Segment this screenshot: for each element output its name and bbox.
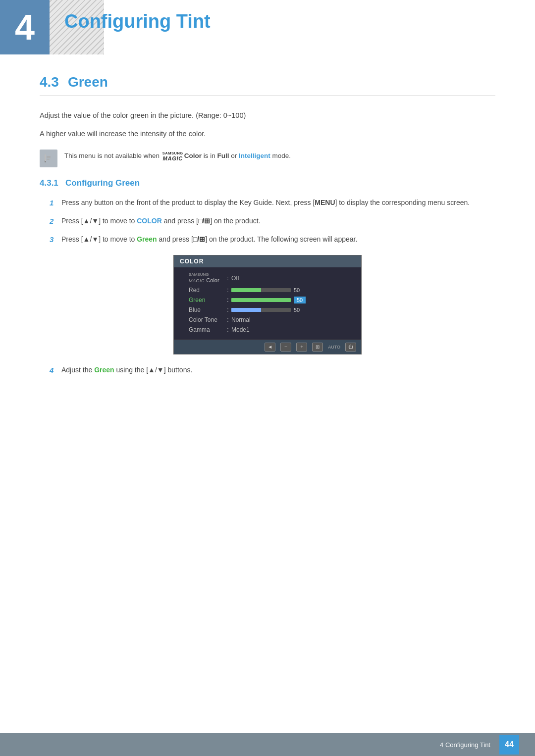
osd-colon-1: : — [224, 275, 231, 282]
note-text: This menu is not available when SAMSUNG … — [64, 149, 291, 162]
osd-bar-fill-blue — [231, 308, 261, 312]
section-heading: 4.3 Green — [40, 74, 495, 96]
osd-label-blue: Blue — [180, 306, 224, 313]
svg-rect-1 — [45, 154, 46, 160]
step-4-num: 4 — [50, 364, 61, 377]
osd-bottom-bar: ◄ − + ⊞ AUTO ⏻ — [174, 340, 361, 354]
osd-colon-5: : — [224, 316, 231, 323]
osd-colon-3: : — [224, 297, 231, 303]
osd-row-blue: Blue : 50 — [180, 305, 355, 315]
step-3: 3 Press [▲/▼] to move to Green and press… — [50, 234, 495, 246]
osd-value-red: 50 — [231, 287, 355, 293]
step-2-num: 2 — [50, 215, 61, 228]
step-3-num: 3 — [50, 234, 61, 246]
osd-colon-2: : — [224, 287, 231, 294]
full-label: Full — [217, 152, 229, 159]
osd-value-gamma-text: Mode1 — [231, 326, 250, 333]
osd-screenshot: COLOR SAMSUNG MAGIC Color : Off — [173, 255, 362, 354]
osd-label-red: Red — [180, 287, 224, 294]
osd-title-bar: COLOR — [174, 255, 361, 267]
step-1: 1 Press any button on the front of the p… — [50, 197, 495, 209]
osd-bar-blue — [231, 308, 291, 312]
description-2: A higher value will increase the intensi… — [40, 128, 495, 140]
osd-btn-power: ⏻ — [345, 343, 356, 352]
osd-bar-green — [231, 298, 291, 302]
osd-value-blue: 50 — [231, 307, 355, 313]
step-4: 4 Adjust the Green using the [▲/▼] butto… — [50, 364, 495, 377]
page-footer: 4 Configuring Tint 44 — [0, 733, 535, 756]
osd-btn-plus: + — [296, 343, 307, 352]
footer-text: 4 Configuring Tint — [440, 741, 490, 749]
step-3-content: Press [▲/▼] to move to Green and press [… — [61, 234, 495, 245]
osd-row-green: Green : 50 — [180, 295, 355, 305]
step-2-content: Press [▲/▼] to move to COLOR and press [… — [61, 215, 495, 227]
osd-bar-fill-red — [231, 288, 261, 292]
osd-value-green: 50 — [231, 297, 355, 303]
osd-btn-enter: ⊞ — [312, 343, 323, 352]
steps-list: 1 Press any button on the front of the p… — [50, 197, 495, 246]
chapter-number: 4 — [15, 9, 35, 45]
step-2: 2 Press [▲/▼] to move to COLOR and press… — [50, 215, 495, 228]
osd-value-magic-text: Off — [231, 275, 239, 282]
svg-rect-4 — [47, 159, 50, 160]
osd-value-color-tone: Normal — [231, 316, 355, 323]
osd-label-color-tone: Color Tone — [180, 316, 224, 323]
osd-bar-fill-green — [231, 298, 291, 302]
subsection-title: Configuring Green — [65, 178, 140, 188]
osd-label-green: Green — [180, 297, 224, 303]
osd-auto-label: AUTO — [328, 345, 340, 350]
osd-label-gamma: Gamma — [180, 326, 224, 333]
osd-bar-red — [231, 288, 291, 292]
note-icon — [40, 150, 57, 167]
step-4-content: Adjust the Green using the [▲/▼] buttons… — [61, 364, 495, 376]
chapter-header: 4 Configuring Tint — [0, 0, 535, 54]
pencil-icon — [43, 153, 54, 164]
samsung-magic-color-inline: SAMSUNG MAGIC — [162, 151, 183, 161]
osd-value-gamma: Mode1 — [231, 326, 355, 333]
section-number: 4.3 — [40, 74, 59, 90]
osd-row-color-tone: Color Tone : Normal — [180, 315, 355, 325]
osd-value-ct-text: Normal — [231, 316, 251, 323]
subsection-heading: 4.3.1 Configuring Green — [40, 178, 495, 188]
osd-num-blue: 50 — [294, 307, 306, 313]
osd-box: COLOR SAMSUNG MAGIC Color : Off — [173, 255, 362, 354]
svg-rect-5 — [47, 156, 51, 157]
osd-title: COLOR — [180, 258, 204, 265]
osd-value-magic-color: Off — [231, 275, 355, 282]
description-1: Adjust the value of the color green in t… — [40, 109, 495, 122]
osd-colon-6: : — [224, 326, 231, 333]
main-content: 4.3 Green Adjust the value of the color … — [0, 54, 535, 422]
osd-row-gamma: Gamma : Mode1 — [180, 325, 355, 335]
chapter-title: Configuring Tint — [64, 11, 211, 32]
chapter-number-box: 4 — [0, 0, 50, 54]
osd-num-green-highlight: 50 — [294, 297, 306, 303]
osd-btn-minus: − — [280, 343, 291, 352]
subsection-number: 4.3.1 — [40, 178, 58, 188]
svg-rect-3 — [47, 157, 51, 158]
osd-rows: SAMSUNG MAGIC Color : Off Red : — [174, 267, 361, 340]
step-1-content: Press any button on the front of the pro… — [61, 197, 495, 208]
osd-num-red: 50 — [294, 287, 306, 293]
osd-colon-4: : — [224, 306, 231, 313]
intelligent-label: Intelligent — [239, 152, 270, 159]
osd-row-magic-color: SAMSUNG MAGIC Color : Off — [180, 271, 355, 285]
osd-row-red: Red : 50 — [180, 285, 355, 295]
note-box: This menu is not available when SAMSUNG … — [40, 149, 495, 167]
step-1-num: 1 — [50, 197, 61, 209]
osd-label-magic-color: SAMSUNG MAGIC Color — [180, 273, 224, 284]
section-title: Green — [68, 74, 108, 90]
steps-list-2: 4 Adjust the Green using the [▲/▼] butto… — [50, 364, 495, 377]
osd-btn-back: ◄ — [265, 343, 275, 352]
footer-page-number: 44 — [499, 735, 519, 755]
